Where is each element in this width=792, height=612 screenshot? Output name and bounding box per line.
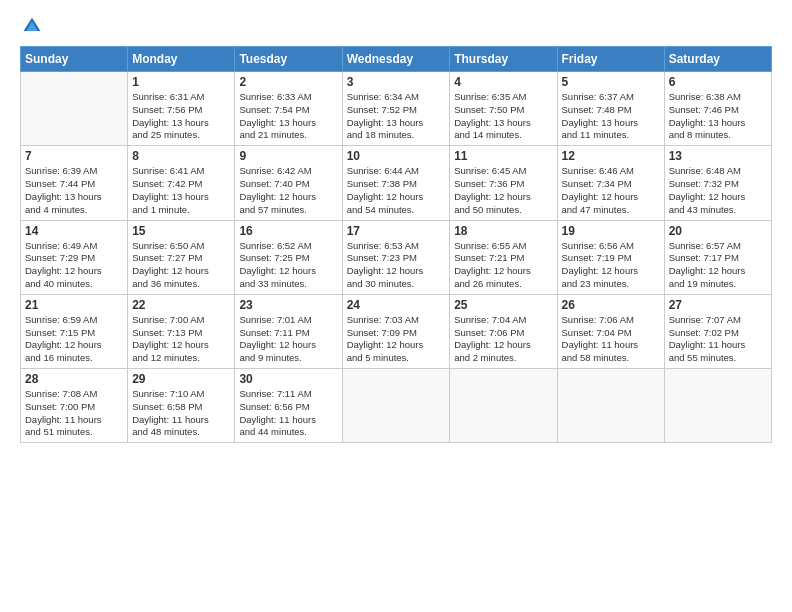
day-number: 9 [239,149,337,163]
calendar-cell: 9Sunrise: 6:42 AMSunset: 7:40 PMDaylight… [235,146,342,220]
day-info: Sunrise: 6:41 AMSunset: 7:42 PMDaylight:… [132,165,230,216]
calendar-table: SundayMondayTuesdayWednesdayThursdayFrid… [20,46,772,443]
day-info: Sunrise: 6:53 AMSunset: 7:23 PMDaylight:… [347,240,446,291]
day-number: 16 [239,224,337,238]
calendar-cell [664,369,771,443]
calendar-cell: 29Sunrise: 7:10 AMSunset: 6:58 PMDayligh… [128,369,235,443]
calendar-cell [557,369,664,443]
calendar-header-saturday: Saturday [664,47,771,72]
calendar-header-friday: Friday [557,47,664,72]
day-info: Sunrise: 6:42 AMSunset: 7:40 PMDaylight:… [239,165,337,216]
day-number: 20 [669,224,767,238]
calendar-cell: 1Sunrise: 6:31 AMSunset: 7:56 PMDaylight… [128,72,235,146]
page: SundayMondayTuesdayWednesdayThursdayFrid… [0,0,792,612]
calendar-cell: 8Sunrise: 6:41 AMSunset: 7:42 PMDaylight… [128,146,235,220]
day-info: Sunrise: 7:03 AMSunset: 7:09 PMDaylight:… [347,314,446,365]
calendar-cell: 26Sunrise: 7:06 AMSunset: 7:04 PMDayligh… [557,294,664,368]
calendar-cell: 28Sunrise: 7:08 AMSunset: 7:00 PMDayligh… [21,369,128,443]
calendar-cell: 23Sunrise: 7:01 AMSunset: 7:11 PMDayligh… [235,294,342,368]
day-number: 11 [454,149,552,163]
calendar-cell [21,72,128,146]
day-info: Sunrise: 7:07 AMSunset: 7:02 PMDaylight:… [669,314,767,365]
day-number: 12 [562,149,660,163]
day-number: 30 [239,372,337,386]
day-info: Sunrise: 7:10 AMSunset: 6:58 PMDaylight:… [132,388,230,439]
day-number: 4 [454,75,552,89]
calendar-week-row: 28Sunrise: 7:08 AMSunset: 7:00 PMDayligh… [21,369,772,443]
day-info: Sunrise: 6:37 AMSunset: 7:48 PMDaylight:… [562,91,660,142]
header [20,16,772,36]
day-number: 29 [132,372,230,386]
calendar-cell: 18Sunrise: 6:55 AMSunset: 7:21 PMDayligh… [450,220,557,294]
calendar-header-thursday: Thursday [450,47,557,72]
day-info: Sunrise: 6:52 AMSunset: 7:25 PMDaylight:… [239,240,337,291]
day-number: 23 [239,298,337,312]
day-number: 6 [669,75,767,89]
calendar-cell: 6Sunrise: 6:38 AMSunset: 7:46 PMDaylight… [664,72,771,146]
day-number: 19 [562,224,660,238]
calendar-cell: 11Sunrise: 6:45 AMSunset: 7:36 PMDayligh… [450,146,557,220]
calendar-cell: 2Sunrise: 6:33 AMSunset: 7:54 PMDaylight… [235,72,342,146]
calendar-week-row: 1Sunrise: 6:31 AMSunset: 7:56 PMDaylight… [21,72,772,146]
day-number: 15 [132,224,230,238]
calendar-cell: 5Sunrise: 6:37 AMSunset: 7:48 PMDaylight… [557,72,664,146]
calendar-cell: 4Sunrise: 6:35 AMSunset: 7:50 PMDaylight… [450,72,557,146]
calendar-cell: 25Sunrise: 7:04 AMSunset: 7:06 PMDayligh… [450,294,557,368]
day-number: 8 [132,149,230,163]
calendar-header-wednesday: Wednesday [342,47,450,72]
calendar-week-row: 14Sunrise: 6:49 AMSunset: 7:29 PMDayligh… [21,220,772,294]
logo [20,16,42,36]
day-info: Sunrise: 7:04 AMSunset: 7:06 PMDaylight:… [454,314,552,365]
day-info: Sunrise: 6:44 AMSunset: 7:38 PMDaylight:… [347,165,446,216]
calendar-cell [342,369,450,443]
calendar-cell: 19Sunrise: 6:56 AMSunset: 7:19 PMDayligh… [557,220,664,294]
calendar-cell: 15Sunrise: 6:50 AMSunset: 7:27 PMDayligh… [128,220,235,294]
calendar-cell: 16Sunrise: 6:52 AMSunset: 7:25 PMDayligh… [235,220,342,294]
day-number: 21 [25,298,123,312]
day-info: Sunrise: 6:57 AMSunset: 7:17 PMDaylight:… [669,240,767,291]
day-number: 26 [562,298,660,312]
calendar-week-row: 7Sunrise: 6:39 AMSunset: 7:44 PMDaylight… [21,146,772,220]
day-number: 10 [347,149,446,163]
day-info: Sunrise: 6:39 AMSunset: 7:44 PMDaylight:… [25,165,123,216]
day-info: Sunrise: 7:08 AMSunset: 7:00 PMDaylight:… [25,388,123,439]
day-info: Sunrise: 6:35 AMSunset: 7:50 PMDaylight:… [454,91,552,142]
logo-icon [22,16,42,36]
calendar-cell [450,369,557,443]
day-info: Sunrise: 6:55 AMSunset: 7:21 PMDaylight:… [454,240,552,291]
calendar-cell: 24Sunrise: 7:03 AMSunset: 7:09 PMDayligh… [342,294,450,368]
calendar-cell: 27Sunrise: 7:07 AMSunset: 7:02 PMDayligh… [664,294,771,368]
day-info: Sunrise: 7:01 AMSunset: 7:11 PMDaylight:… [239,314,337,365]
day-number: 14 [25,224,123,238]
day-info: Sunrise: 6:46 AMSunset: 7:34 PMDaylight:… [562,165,660,216]
day-info: Sunrise: 6:50 AMSunset: 7:27 PMDaylight:… [132,240,230,291]
day-number: 2 [239,75,337,89]
day-number: 24 [347,298,446,312]
calendar-cell: 3Sunrise: 6:34 AMSunset: 7:52 PMDaylight… [342,72,450,146]
day-info: Sunrise: 6:45 AMSunset: 7:36 PMDaylight:… [454,165,552,216]
day-info: Sunrise: 6:38 AMSunset: 7:46 PMDaylight:… [669,91,767,142]
day-number: 18 [454,224,552,238]
day-info: Sunrise: 6:49 AMSunset: 7:29 PMDaylight:… [25,240,123,291]
day-number: 3 [347,75,446,89]
day-number: 28 [25,372,123,386]
calendar-cell: 13Sunrise: 6:48 AMSunset: 7:32 PMDayligh… [664,146,771,220]
calendar-cell: 20Sunrise: 6:57 AMSunset: 7:17 PMDayligh… [664,220,771,294]
day-info: Sunrise: 7:11 AMSunset: 6:56 PMDaylight:… [239,388,337,439]
calendar-cell: 17Sunrise: 6:53 AMSunset: 7:23 PMDayligh… [342,220,450,294]
day-number: 1 [132,75,230,89]
day-number: 22 [132,298,230,312]
day-info: Sunrise: 6:31 AMSunset: 7:56 PMDaylight:… [132,91,230,142]
calendar-cell: 22Sunrise: 7:00 AMSunset: 7:13 PMDayligh… [128,294,235,368]
calendar-header-monday: Monday [128,47,235,72]
day-info: Sunrise: 6:33 AMSunset: 7:54 PMDaylight:… [239,91,337,142]
day-number: 7 [25,149,123,163]
calendar-cell: 12Sunrise: 6:46 AMSunset: 7:34 PMDayligh… [557,146,664,220]
day-number: 27 [669,298,767,312]
calendar-cell: 21Sunrise: 6:59 AMSunset: 7:15 PMDayligh… [21,294,128,368]
calendar-cell: 10Sunrise: 6:44 AMSunset: 7:38 PMDayligh… [342,146,450,220]
day-info: Sunrise: 6:34 AMSunset: 7:52 PMDaylight:… [347,91,446,142]
day-number: 25 [454,298,552,312]
day-number: 5 [562,75,660,89]
day-info: Sunrise: 7:06 AMSunset: 7:04 PMDaylight:… [562,314,660,365]
